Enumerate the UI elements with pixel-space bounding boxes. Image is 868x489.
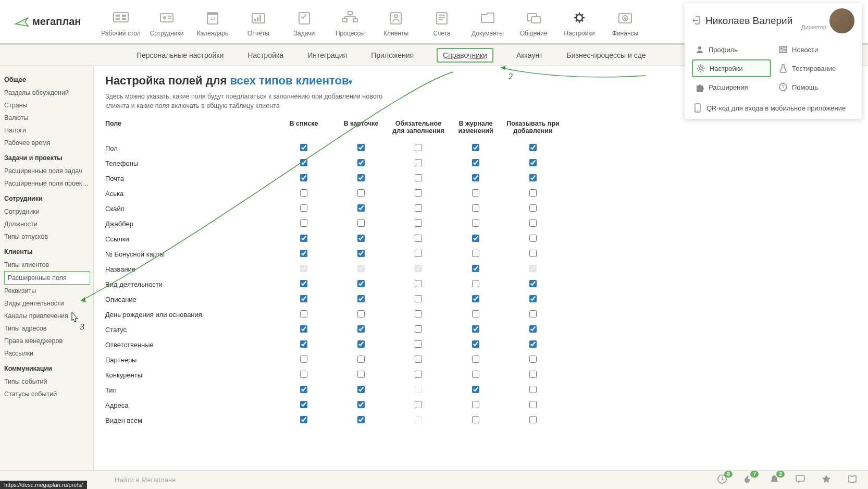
field-checkbox[interactable] [357, 356, 365, 363]
logout-icon[interactable] [692, 16, 701, 27]
book-icon[interactable] [847, 474, 858, 486]
field-checkbox[interactable] [472, 159, 479, 166]
field-checkbox[interactable] [415, 310, 422, 317]
sidebar-item[interactable]: Права менеджеров [4, 335, 93, 347]
sidebar-item[interactable]: Типы клиентов [4, 259, 93, 271]
field-checkbox[interactable] [472, 219, 479, 227]
field-checkbox[interactable] [415, 235, 422, 242]
subnav-tab[interactable]: Аккаунт [515, 49, 544, 62]
field-checkbox[interactable] [529, 386, 537, 393]
sidebar-item[interactable]: Типы отпусков [4, 230, 93, 243]
field-checkbox[interactable] [529, 159, 537, 166]
field-checkbox[interactable] [529, 310, 537, 317]
sidebar-item[interactable]: Расширенные поля проек… [4, 177, 93, 190]
field-checkbox[interactable] [529, 416, 537, 423]
field-checkbox[interactable] [415, 250, 422, 257]
field-checkbox[interactable] [300, 340, 307, 348]
field-checkbox[interactable] [529, 204, 537, 212]
sidebar-item[interactable]: Рассылки [4, 347, 93, 360]
sidebar-item[interactable]: Каналы привлечения [4, 310, 93, 322]
field-checkbox[interactable] [300, 325, 307, 333]
field-checkbox[interactable] [300, 356, 307, 363]
field-checkbox[interactable] [472, 371, 479, 378]
field-checkbox[interactable] [300, 386, 307, 393]
sidebar-item[interactable]: Типы событий [4, 375, 93, 388]
field-checkbox[interactable] [300, 416, 307, 423]
user-menu-item[interactable]: Настройки [692, 59, 771, 77]
field-checkbox[interactable] [415, 295, 422, 302]
sidebar-item[interactable]: Рабочее время [4, 137, 93, 149]
field-checkbox[interactable] [415, 325, 422, 333]
sidebar-item[interactable]: Сотрудники [4, 205, 93, 218]
subnav-tab[interactable]: Настройка [246, 49, 284, 62]
bell-icon[interactable]: 2 [769, 474, 779, 486]
field-checkbox[interactable] [529, 219, 537, 227]
search-input[interactable]: Найти в Мегаплане [115, 476, 717, 484]
topnav-item[interactable]: Задачи [281, 7, 327, 37]
field-checkbox[interactable] [415, 144, 422, 151]
field-checkbox[interactable] [529, 144, 537, 151]
field-checkbox[interactable] [357, 416, 365, 423]
field-checkbox[interactable] [357, 189, 365, 197]
field-checkbox[interactable] [415, 371, 422, 378]
field-checkbox[interactable] [357, 340, 365, 348]
field-checkbox[interactable] [300, 371, 307, 378]
field-checkbox[interactable] [357, 144, 365, 151]
field-checkbox[interactable] [472, 204, 479, 212]
field-checkbox[interactable] [300, 159, 307, 166]
field-checkbox[interactable] [472, 280, 479, 287]
field-checkbox[interactable] [472, 416, 479, 423]
chevron-down-icon[interactable]: ▾ [349, 78, 352, 86]
field-checkbox[interactable] [415, 159, 422, 166]
sidebar-item[interactable]: Расширенные поля задач [4, 165, 93, 177]
user-menu-item[interactable]: ?Помощь [775, 79, 854, 95]
field-checkbox[interactable] [472, 386, 479, 393]
field-checkbox[interactable] [415, 219, 422, 227]
field-checkbox[interactable] [472, 356, 479, 363]
topnav-item[interactable]: 19Календарь [190, 7, 235, 37]
field-checkbox[interactable] [529, 235, 537, 242]
topnav-item[interactable]: Рабочий стол [98, 7, 144, 37]
field-checkbox[interactable] [357, 204, 365, 212]
user-menu-qr[interactable]: QR-код для входа в мобильное приложение [685, 98, 862, 115]
field-checkbox[interactable] [472, 144, 479, 151]
topnav-item[interactable]: Документы [465, 7, 511, 37]
field-checkbox[interactable] [357, 174, 365, 181]
field-checkbox[interactable] [300, 174, 307, 181]
field-checkbox[interactable] [472, 401, 479, 408]
field-checkbox[interactable] [529, 356, 537, 363]
field-checkbox[interactable] [472, 250, 479, 257]
field-checkbox[interactable] [300, 204, 307, 212]
field-checkbox[interactable] [472, 310, 479, 317]
field-checkbox[interactable] [415, 189, 422, 197]
field-checkbox[interactable] [300, 219, 307, 227]
sidebar-item[interactable]: Разделы обсуждений [4, 87, 93, 99]
field-checkbox[interactable] [300, 295, 307, 302]
topnav-item[interactable]: Сотрудники [144, 7, 190, 37]
sidebar-item[interactable]: Должности [4, 218, 93, 230]
field-checkbox[interactable] [415, 174, 422, 181]
field-checkbox[interactable] [357, 235, 365, 242]
topnav-item[interactable]: Отчёты [235, 7, 281, 37]
star-icon[interactable] [821, 474, 832, 486]
sidebar-item[interactable]: Реквизиты [4, 285, 93, 297]
field-checkbox[interactable] [415, 340, 422, 348]
clock-icon[interactable]: 8 [717, 474, 727, 486]
page-title-link[interactable]: всех типов клиентов [230, 74, 349, 87]
field-checkbox[interactable] [529, 174, 537, 181]
topnav-item[interactable]: Общение [511, 7, 556, 37]
subnav-tab[interactable]: Справочники [437, 48, 493, 63]
field-checkbox[interactable] [357, 401, 365, 408]
field-checkbox[interactable] [357, 295, 365, 302]
subnav-tab[interactable]: Приложения [370, 49, 415, 62]
field-checkbox[interactable] [529, 371, 537, 378]
field-checkbox[interactable] [472, 189, 479, 197]
field-checkbox[interactable] [529, 189, 537, 197]
field-checkbox[interactable] [415, 280, 422, 287]
user-menu-item[interactable]: Профиль [692, 42, 771, 57]
topnav-item[interactable]: Клиенты [373, 7, 419, 37]
field-checkbox[interactable] [300, 250, 307, 257]
avatar[interactable] [829, 8, 854, 33]
field-checkbox[interactable] [529, 250, 537, 257]
field-checkbox[interactable] [472, 174, 479, 181]
